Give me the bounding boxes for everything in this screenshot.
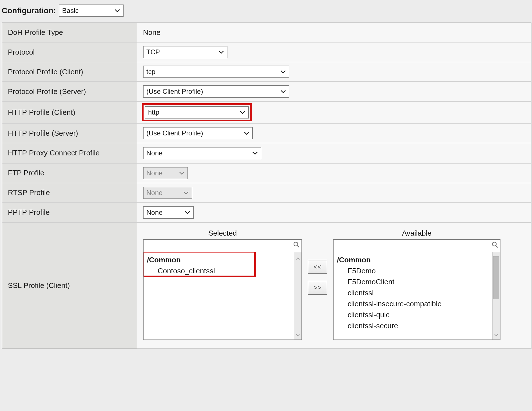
scroll-down-icon[interactable] [494, 329, 499, 339]
svg-line-1 [297, 245, 299, 247]
move-left-button[interactable]: << [308, 260, 327, 274]
scroll-down-icon[interactable] [296, 329, 300, 339]
svg-line-3 [496, 245, 498, 247]
ssl-selected-group: /Common [147, 254, 298, 265]
row-ftp-profile: FTP Profile None [2, 164, 531, 183]
list-item[interactable]: F5DemoClient [337, 276, 497, 287]
scroll-thumb[interactable] [493, 256, 499, 299]
value-doh-profile-type: None [137, 23, 531, 42]
row-rtsp-profile: RTSP Profile None [2, 183, 531, 203]
configuration-select-value: Basic [62, 7, 79, 15]
ssl-move-buttons: << >> [308, 260, 327, 295]
http-profile-client-select[interactable]: http [145, 106, 249, 119]
http-profile-client-select-value: http [148, 108, 159, 116]
configuration-select[interactable]: Basic [59, 5, 124, 17]
row-pptp-profile: PPTP Profile None [2, 203, 531, 223]
protocol-profile-client-select[interactable]: tcp [143, 66, 289, 78]
list-item[interactable]: clientssl-secure [337, 320, 497, 331]
chevron-down-icon [179, 171, 185, 175]
ssl-available-title: Available [402, 229, 432, 238]
list-item[interactable]: F5Demo [337, 265, 497, 276]
label-protocol: Protocol [2, 43, 137, 62]
search-icon [293, 241, 300, 250]
ftp-profile-select: None [143, 167, 188, 179]
chevron-down-icon [185, 211, 190, 214]
row-http-profile-server: HTTP Profile (Server) (Use Client Profil… [2, 124, 531, 143]
chevron-down-icon [280, 90, 286, 93]
ssl-selected-column: Selected /Common [143, 229, 302, 340]
pptp-profile-select[interactable]: None [143, 206, 194, 219]
list-item[interactable]: clientssl [337, 287, 497, 298]
label-protocol-profile-server: Protocol Profile (Server) [2, 82, 137, 101]
rtsp-profile-select-value: None [146, 189, 162, 197]
svg-point-2 [492, 242, 496, 246]
list-item[interactable]: clientssl-quic [337, 309, 497, 320]
highlight-http-profile-client: http [142, 103, 252, 121]
chevron-down-icon [218, 50, 224, 54]
row-protocol: Protocol TCP [2, 43, 531, 62]
row-ssl-profile-client: SSL Profile (Client) Selected [2, 223, 531, 349]
label-pptp-profile: PPTP Profile [2, 203, 137, 222]
row-http-proxy-connect-profile: HTTP Proxy Connect Profile None [2, 143, 531, 164]
configuration-header: Configuration: Basic [0, 0, 532, 23]
chevron-down-icon [252, 151, 258, 155]
chevron-down-icon [183, 191, 189, 195]
protocol-select[interactable]: TCP [143, 46, 227, 58]
ssl-selected-search-input[interactable] [144, 240, 293, 252]
protocol-profile-server-select-value: (Use Client Profile) [146, 88, 203, 95]
ssl-available-search-row [334, 240, 500, 252]
label-http-proxy-connect-profile: HTTP Proxy Connect Profile [2, 143, 137, 163]
configuration-table: DoH Profile Type None Protocol TCP Proto… [2, 23, 531, 349]
ssl-available-group: /Common [337, 254, 497, 265]
chevron-down-icon [115, 9, 120, 12]
ftp-profile-select-value: None [146, 169, 162, 177]
protocol-select-value: TCP [146, 48, 160, 56]
move-right-button[interactable]: >> [308, 281, 327, 295]
rtsp-profile-select: None [143, 187, 192, 199]
label-ssl-profile-client: SSL Profile (Client) [2, 223, 137, 349]
label-doh-profile-type: DoH Profile Type [2, 23, 137, 42]
chevron-down-icon [280, 70, 286, 73]
pptp-profile-select-value: None [146, 209, 162, 216]
http-profile-server-select[interactable]: (Use Client Profile) [143, 127, 253, 139]
label-http-profile-server: HTTP Profile (Server) [2, 124, 137, 143]
configuration-label: Configuration: [2, 6, 56, 15]
row-protocol-profile-server: Protocol Profile (Server) (Use Client Pr… [2, 82, 531, 102]
ssl-available-search-input[interactable] [334, 240, 491, 252]
http-proxy-connect-profile-select-value: None [146, 149, 162, 157]
label-ftp-profile: FTP Profile [2, 164, 137, 183]
list-item[interactable]: clientssl-insecure-compatible [337, 298, 497, 309]
row-protocol-profile-client: Protocol Profile (Client) tcp [2, 62, 531, 82]
ssl-selected-title: Selected [208, 229, 237, 238]
scroll-up-icon[interactable] [296, 252, 300, 263]
chevron-down-icon [244, 131, 249, 135]
label-http-profile-client: HTTP Profile (Client) [2, 102, 137, 123]
ssl-available-column: Available /Common F [333, 229, 500, 340]
http-proxy-connect-profile-select[interactable]: None [143, 147, 261, 159]
svg-point-0 [294, 242, 298, 246]
chevron-down-icon [240, 111, 245, 114]
row-doh-profile-type: DoH Profile Type None [2, 23, 531, 43]
protocol-profile-client-select-value: tcp [146, 68, 155, 76]
list-item[interactable]: Contoso_clientssl [147, 265, 298, 276]
http-profile-server-select-value: (Use Client Profile) [146, 129, 203, 137]
ssl-available-listbox[interactable]: /Common F5Demo F5DemoClient clientssl cl… [333, 239, 500, 340]
row-http-profile-client: HTTP Profile (Client) http [2, 102, 531, 124]
protocol-profile-server-select[interactable]: (Use Client Profile) [143, 85, 289, 98]
label-protocol-profile-client: Protocol Profile (Client) [2, 62, 137, 81]
scrollbar[interactable] [294, 252, 301, 339]
ssl-selected-listbox[interactable]: /Common Contoso_clientssl [143, 239, 302, 340]
search-icon [491, 241, 498, 250]
ssl-selected-search-row [144, 240, 301, 252]
ssl-dual-list: Selected /Common [143, 226, 500, 345]
label-rtsp-profile: RTSP Profile [2, 183, 137, 202]
scrollbar[interactable] [492, 252, 500, 339]
